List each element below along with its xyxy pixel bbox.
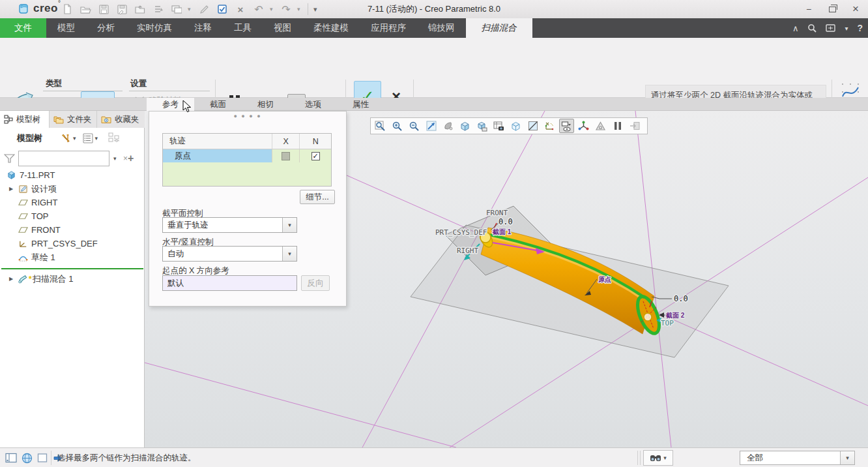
zoom-in-button[interactable] [390,119,405,133]
tab-flexible-modeling[interactable]: 柔性建模 [302,18,360,38]
interface-settings-icon[interactable] [826,23,835,33]
subtab-tangency[interactable]: 相切 [242,98,289,111]
utility-dropdown-icon[interactable]: ▾ [845,25,848,32]
origin-trajectory-cell[interactable]: 原点 [163,149,272,162]
windows-icon[interactable] [169,2,184,16]
expand-arrow-icon[interactable]: ▶ [9,186,17,192]
x-checkbox-cell[interactable] [272,149,300,162]
start-rotation-value[interactable]: 0.0 [499,217,513,226]
search-icon[interactable] [807,23,817,33]
n-checkbox-cell[interactable]: ✓ [299,149,331,162]
tree-tools-button[interactable]: ▾ [61,133,76,143]
view-manager-button[interactable] [491,119,506,133]
tab-annotate[interactable]: 注释 [183,18,223,38]
filter-funnel-icon[interactable] [4,153,15,164]
tree-search-box: × [18,151,109,166]
tab-live-simulation[interactable]: 实时仿真 [126,18,183,38]
panel-tab-folder-browser[interactable]: 文件夹 [50,111,97,128]
tab-model[interactable]: 模型 [46,18,86,38]
perspective-button[interactable] [508,119,523,133]
minimize-button[interactable]: − [800,2,817,16]
repaint-button[interactable] [424,119,439,133]
new-file-icon[interactable] [60,2,74,16]
selection-filter-select[interactable]: 全部 ▾ [740,451,855,465]
save-as-icon[interactable] [115,2,129,16]
flip-button[interactable]: 反向 [301,275,330,291]
regenerate-icon[interactable] [151,2,166,16]
tree-item-design-items[interactable]: ▶ 设计项 [0,182,145,196]
tab-tools[interactable]: 工具 [223,18,263,38]
filter-dropdown-icon[interactable]: ▾ [840,451,854,464]
tree-search-input[interactable] [19,152,123,165]
column-x: X [272,134,300,149]
panel-tab-favorites[interactable]: 收藏夹 [97,111,145,128]
search-dropdown-icon[interactable]: ▾ [113,155,117,162]
tree-item-top-plane[interactable]: TOP [0,209,145,223]
web-browser-button[interactable] [20,451,34,465]
exit-pause-button[interactable] [627,119,642,133]
status-separator [640,451,641,465]
trajectory-row-origin[interactable]: 原点 ✓ [163,149,331,162]
tree-item-right-plane[interactable]: RIGHT [0,196,145,209]
details-button[interactable]: 细节... [300,190,335,204]
tab-view[interactable]: 视图 [263,18,302,38]
hv-control-select[interactable]: 自动 ▾ [162,246,297,262]
tree-item-sketch[interactable]: 草绘 1 [0,250,145,264]
tree-item-front-plane[interactable]: FRONT [0,223,145,237]
panel-drag-handle[interactable]: ● ● ● ● [149,113,346,119]
n-checkbox-checked[interactable]: ✓ [311,152,320,160]
display-style-button[interactable] [457,119,472,133]
zoom-out-button[interactable] [407,119,422,133]
subtab-sections[interactable]: 截面 [194,98,242,111]
restore-button[interactable] [824,2,841,16]
combo-dropdown-icon[interactable]: ▾ [282,218,297,232]
windows-dropdown-icon[interactable]: ▾ [188,6,193,12]
tab-jinjiwang[interactable]: 锦技网 [417,18,466,38]
tree-item-csys[interactable]: PRT_CSYS_DEF [0,237,145,250]
tab-applications[interactable]: 应用程序 [360,18,417,38]
subtab-properties[interactable]: 属性 [337,98,384,111]
subtab-options[interactable]: 选项 [289,98,337,111]
section2-tag: 截面 2 [665,312,685,319]
section-button[interactable] [525,119,540,133]
tree-item-part[interactable]: 7-11.PRT [0,168,145,182]
expand-arrow-icon[interactable]: ▶ [9,276,17,282]
tree-display-button[interactable]: ▾ [83,133,98,143]
save-icon[interactable] [96,2,111,16]
panel-tab-model-tree[interactable]: 模型树 [0,111,50,128]
close-button[interactable]: × [847,2,864,16]
open-file-icon[interactable] [78,2,93,16]
tab-swept-blend[interactable]: 扫描混合 [466,18,532,38]
find-button[interactable]: ▾ [643,450,673,466]
pencil-icon[interactable] [197,2,211,16]
deselect-icon[interactable]: × [233,2,248,16]
tab-file[interactable]: 文件 [0,18,46,38]
end-rotation-value[interactable]: 0.0 [674,294,688,303]
combo-dropdown-icon[interactable]: ▾ [282,247,297,261]
tree-display-dropdown-icon: ▾ [95,135,98,142]
toolbar-pause-button[interactable] [610,119,625,133]
add-filter-icon[interactable]: + [128,153,134,164]
section-plane-control-select[interactable]: 垂直于轨迹 ▾ [162,217,297,233]
blank-pane-button[interactable] [35,451,50,465]
spin-center-button[interactable] [576,119,591,133]
tree-tools-dropdown-icon: ▾ [73,135,76,142]
annotation-display-button[interactable] [559,119,574,133]
shading-options-button[interactable] [441,119,456,133]
find-dropdown-icon[interactable]: ▾ [663,455,667,461]
tree-item-swept-blend[interactable]: ▶ * 扫描混合 1 [0,272,145,286]
help-icon[interactable]: ? [857,23,863,33]
refit-button[interactable] [373,119,388,133]
tree-columns-button[interactable] [108,132,120,145]
datum-display-button[interactable] [542,119,557,133]
model-tree-header: 模型树 ▾ ▾ [0,128,145,149]
sketch-display-button[interactable] [593,119,608,133]
x-direction-field[interactable]: 默认 [162,275,297,291]
navigator-toggle-button[interactable] [4,451,18,465]
tab-analysis[interactable]: 分析 [86,18,126,38]
export-icon[interactable] [133,2,147,16]
minimize-ribbon-icon[interactable]: ∧ [792,23,799,33]
insert-locator-line[interactable] [1,268,143,269]
saved-orientations-button[interactable] [474,119,489,133]
select-checkbox-icon[interactable] [215,2,229,16]
